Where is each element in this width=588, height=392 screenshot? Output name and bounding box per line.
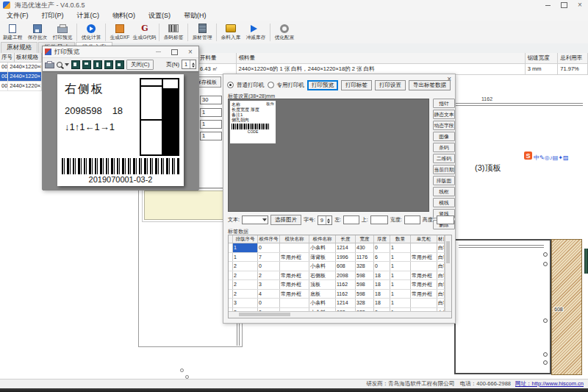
toolbar-optimize-calc[interactable]: 优化计算 <box>79 22 104 43</box>
label-barcode <box>62 158 179 174</box>
font-size-stepper[interactable]: 9 <box>318 215 332 225</box>
toolbar-generate-gcode[interactable]: G生成G代码 <box>132 22 157 43</box>
toolbar-material-manage[interactable]: 原材管理 <box>190 22 215 43</box>
page-layout-2-icon[interactable] <box>82 60 91 69</box>
designer-tool-button[interactable]: 条码 <box>433 143 455 152</box>
vertical-scrollbar[interactable] <box>445 235 451 312</box>
panel-input-1[interactable]: 30 <box>200 96 222 104</box>
toolbar-optimize-config[interactable]: 优化配置 <box>272 22 297 43</box>
toolbar-print-preview[interactable]: 打印预览 <box>50 22 75 43</box>
spin-up-icon[interactable] <box>327 217 330 221</box>
select-image-button[interactable]: 选择图片 <box>270 215 301 225</box>
remnant-dimension: 608 <box>553 307 564 312</box>
designer-tool-button[interactable]: 横线 <box>433 198 455 207</box>
label-print-dialog: × 普通打印机 专用打印机 打印预览 打印标签 打印设置 导出标签数据 标签设置… <box>223 74 456 324</box>
preview-maximize-button[interactable] <box>166 47 182 57</box>
preview-minimize-button[interactable] <box>150 47 166 57</box>
tab-raw-material[interactable]: 原材规格 <box>1 42 37 53</box>
board-table-row[interactable]: 003 2440×1220×18 <box>0 82 42 91</box>
designer-tool-button[interactable]: 指针 <box>433 99 455 108</box>
panel-input-3[interactable]: 1 <box>200 132 222 140</box>
toolbar-deduct-stock[interactable]: 冲减库存 <box>243 22 268 43</box>
toolbar-remnant-instock[interactable]: 余料入库 <box>218 22 243 43</box>
menu-item[interactable]: 打印(P) <box>35 11 71 21</box>
page-number-stepper[interactable]: 1 <box>182 60 196 69</box>
zoom-icon[interactable] <box>57 62 62 68</box>
hole-mark <box>543 352 548 357</box>
preview-close-c-button[interactable]: 关闭(C) <box>126 60 154 70</box>
layout-line-top <box>456 103 583 106</box>
export-label-data-button[interactable]: 导出标签数据 <box>409 80 451 90</box>
close-button[interactable]: × <box>572 0 588 10</box>
ime-icon[interactable]: ✎ <box>539 154 545 161</box>
label-design-canvas[interactable]: 板件 名称 长度宽度 厚度 备注1 侧孔朝向 CODE <box>228 99 429 212</box>
ime-icon[interactable]: ▨ <box>563 154 569 161</box>
toolbar-save-batch[interactable]: 保存批次 <box>25 22 50 43</box>
status-info: 研发商：青岛海迅软件工程有限公司 电话：400-666-2988 <box>366 380 511 388</box>
page-layout-5-icon[interactable] <box>115 60 124 69</box>
radio-normal-printer[interactable] <box>227 82 234 88</box>
board-table-row[interactable]: 001 2440×1220×6 <box>0 63 42 72</box>
board-table-rows: 001 2440×1220×6 002 2440×1220×18 003 244… <box>0 63 42 91</box>
ime-logo-icon[interactable]: S <box>524 152 532 160</box>
maximize-button[interactable] <box>556 0 572 10</box>
scrollbar-thumb[interactable] <box>239 313 290 316</box>
cutting-amount: 6.43 ㎡ <box>198 64 237 74</box>
spin-up-icon[interactable] <box>192 61 195 65</box>
horizontal-scrollbar[interactable] <box>229 311 451 318</box>
label-table-row[interactable]: 3 0 小余料 1214 328 18 1 白料 <box>229 299 451 308</box>
designer-tool-button[interactable]: 线框 <box>433 187 455 196</box>
text-combo[interactable] <box>242 215 268 224</box>
ime-toolbar[interactable]: S 中✎◎♪▤✦▨ <box>523 151 588 160</box>
designer-tool-button[interactable]: 二维码 <box>433 154 455 163</box>
toolbar-separator <box>76 24 77 41</box>
top-input[interactable] <box>370 215 388 224</box>
menu-item[interactable]: 计算(C) <box>71 11 107 21</box>
preview-titlebar[interactable]: 打印预览 × <box>43 46 198 58</box>
toolbar-generate-dxf[interactable]: 生成DXF <box>107 22 132 43</box>
menu-item[interactable]: 帮助(H) <box>177 11 213 21</box>
ime-icon[interactable]: ✦ <box>558 154 563 161</box>
ime-icon[interactable]: 中 <box>534 154 539 161</box>
minimize-button[interactable] <box>539 0 556 10</box>
designer-tool-button[interactable]: 图像 <box>433 132 455 141</box>
spin-down-icon[interactable] <box>192 65 195 69</box>
toolbar-new-project[interactable]: 新建工程 <box>0 22 25 43</box>
page-layout-1-icon[interactable] <box>71 60 80 69</box>
page-layout-4-icon[interactable] <box>104 60 113 69</box>
toolbar-barcode-label[interactable]: 条码标签 <box>161 22 186 43</box>
label-table-row[interactable]: 2 2 常用外框 右侧板 2098 598 18 1 常用外框 白料 <box>229 271 451 281</box>
radio-special-printer[interactable] <box>268 82 274 88</box>
print-label-button[interactable]: 打印标签 <box>341 80 372 90</box>
panel-input-2[interactable]: 1 <box>200 120 222 129</box>
page-layout-3-icon[interactable] <box>93 60 102 69</box>
arrow-right-icon <box>251 24 261 33</box>
label-table-row[interactable]: 1 0 小余料 1214 430 0 1 白料 <box>229 243 451 253</box>
designer-tool-button[interactable]: 动态字段 <box>433 121 455 130</box>
menu-item[interactable]: 物料(O) <box>106 11 142 21</box>
panel-spinner[interactable]: 1 <box>200 108 222 117</box>
label-table-row[interactable]: 2 4 常用外框 底板 1162 598 18 1 常用外框 白料 <box>229 290 451 299</box>
label-table-row[interactable]: 1 7 常用外框 薄背板 1996 1176 6 1 常用外框 白料 <box>229 253 451 263</box>
ime-icon[interactable]: ◎ <box>545 154 550 161</box>
preview-close-button[interactable]: × <box>182 47 198 57</box>
label-table-row[interactable]: 2 3 常用外框 顶板 1162 598 18 1 常用外框 白料 <box>229 280 451 290</box>
spin-down-icon[interactable] <box>327 221 330 225</box>
width-input[interactable] <box>404 215 420 224</box>
label-template[interactable]: 板件 名称 长度宽度 厚度 备注1 侧孔朝向 CODE <box>230 101 276 143</box>
menu-item[interactable]: 文件(F) <box>0 11 35 21</box>
print-settings-button[interactable]: 打印设置 <box>375 80 406 90</box>
designer-tool-button[interactable]: 当前日期 <box>433 165 455 174</box>
board-table-row[interactable]: 002 2440×1220×18 <box>0 72 42 82</box>
scrollbar-thumb[interactable] <box>446 241 450 263</box>
print-icon[interactable] <box>45 63 54 68</box>
height-input[interactable] <box>437 215 454 224</box>
menu-item[interactable]: 设置(S) <box>142 11 177 21</box>
zoom-dropdown-icon[interactable] <box>65 63 69 68</box>
designer-tool-button[interactable]: 排版图 <box>433 176 455 185</box>
label-table-row[interactable]: 2 0 小余料 608 328 0 1 白料 <box>229 262 451 271</box>
print-preview-button[interactable]: 打印预览 <box>307 80 338 90</box>
status-website-link[interactable]: 网址：http://www.hiscom.cn <box>515 380 584 388</box>
designer-tool-button[interactable]: 静态文本 <box>433 110 455 119</box>
left-input[interactable] <box>343 215 359 224</box>
